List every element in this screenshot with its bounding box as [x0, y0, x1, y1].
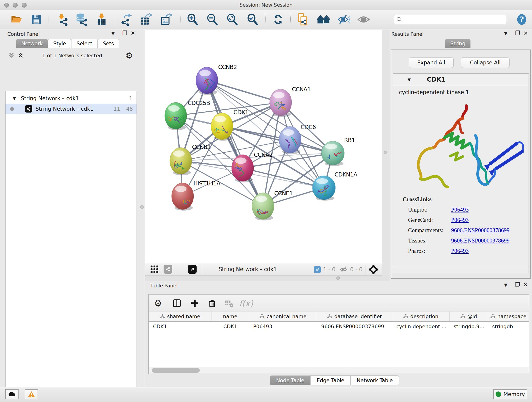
network-view-toolbar: String Network – cdk1 1 - 0 0 - 0 [145, 263, 382, 275]
table-panel-float-icon[interactable]: ❐ [515, 281, 520, 288]
refresh-button[interactable] [271, 12, 285, 27]
collection-expand-icon[interactable]: ▼ [13, 96, 16, 101]
network-row-selected[interactable]: String Network – cdk1 11 48 [6, 104, 137, 114]
control-panel-menu-icon[interactable]: ▼ [111, 31, 115, 36]
tab-node-table[interactable]: Node Table [270, 375, 310, 385]
column-header--id[interactable]: @id [450, 312, 488, 321]
table-cell[interactable]: stringdb:9... [450, 322, 488, 331]
help-button[interactable]: ? [515, 12, 529, 27]
status-bar: Memory [0, 387, 532, 402]
toolbar-separator [265, 12, 266, 27]
detach-view-icon[interactable] [188, 265, 196, 274]
network-options-gear-icon[interactable]: ⚙ [126, 51, 133, 60]
section-collapse-icon[interactable]: ▼ [408, 77, 411, 82]
cloud-status-button[interactable] [5, 389, 19, 399]
column-header-database-identifier[interactable]: database identifier [317, 312, 392, 321]
tab-network-table[interactable]: Network Table [351, 375, 399, 385]
collection-label: String Network – cdk1 [21, 95, 79, 101]
splitter-handle[interactable] [384, 151, 387, 154]
scrollbar-thumb[interactable] [152, 368, 200, 373]
column-header-canonical-name[interactable]: canonical name [249, 312, 317, 321]
export-table-button[interactable] [139, 12, 153, 27]
import-network-file-button[interactable] [55, 12, 69, 27]
table-panel-menu-icon[interactable]: ▼ [504, 282, 507, 287]
hide-selected-button[interactable] [336, 12, 351, 27]
control-panel-float-icon[interactable]: ❐ [122, 30, 127, 36]
table-cell[interactable]: P06493 [249, 322, 317, 331]
table-cell[interactable]: CDK1 [211, 322, 249, 331]
import-table-file-button[interactable] [94, 12, 109, 27]
column-header-description[interactable]: description [392, 312, 450, 321]
results-panel-title: Results Panel [391, 31, 424, 37]
show-all-networks-button[interactable] [317, 12, 331, 27]
show-columns-icon[interactable] [171, 298, 182, 309]
tab-sets[interactable]: Sets [98, 39, 119, 48]
table-settings-gear-icon[interactable]: ⚙ [152, 298, 164, 309]
network-canvas[interactable]: CCNB2CCNA1CDC25BCDK1CDC6RB1CCNB1CCNA2CDK… [145, 30, 382, 263]
node-label-cdkn1a: CDKN1A [335, 171, 357, 178]
tab-string[interactable]: String [445, 39, 471, 48]
network-node-cdc25b[interactable]: CDC25B [165, 100, 210, 130]
grid-view-icon[interactable] [150, 265, 158, 274]
crosslink-value-link[interactable]: P06493 [451, 217, 469, 223]
network-collection-row[interactable]: ▼ String Network – cdk1 1 [6, 93, 137, 104]
crosslink-value-link[interactable]: 9606.ENSP00000378699 [451, 227, 510, 234]
main-toolbar: ? [0, 10, 532, 29]
results-panel-menu-icon[interactable]: ▼ [504, 31, 507, 36]
selected-checkbox-icon[interactable] [314, 266, 321, 273]
tab-network[interactable]: Network [16, 39, 48, 48]
table-cell[interactable]: CDK1 [149, 322, 211, 331]
expand-all-button[interactable]: Expand All [409, 57, 454, 68]
open-session-button[interactable] [9, 12, 23, 27]
network-graph[interactable]: CCNB2CCNA1CDC25BCDK1CDC6RB1CCNB1CCNA2CDK… [145, 30, 382, 263]
table-cell[interactable]: 9606.ENSP00000378699 [317, 322, 392, 331]
export-image-button[interactable] [159, 12, 173, 27]
memory-button[interactable]: Memory [493, 389, 527, 399]
network-node-rb1[interactable]: RB1 [322, 137, 355, 170]
save-session-button[interactable] [29, 12, 44, 27]
collapse-all-button[interactable]: Collapse All [461, 57, 510, 68]
splitter-handle[interactable] [140, 205, 144, 209]
import-network-database-button[interactable] [74, 12, 89, 27]
crosslink-value-link[interactable]: 9606.ENSP00000378699 [451, 237, 510, 244]
search-input[interactable] [402, 17, 507, 22]
tab-edge-table[interactable]: Edge Table [310, 375, 351, 385]
import-database-icon [75, 13, 88, 26]
zoom-fit-button[interactable] [225, 12, 239, 27]
network-node-hist1h1a[interactable]: HIST1H1A [172, 180, 220, 211]
table-horizontal-scrollbar[interactable] [149, 367, 529, 374]
control-panel-close-icon[interactable]: ✕ [131, 30, 135, 36]
clone-network-button[interactable] [296, 12, 310, 27]
network-node-ccna2[interactable]: CCNA2 [232, 152, 273, 182]
show-hidden-button[interactable] [356, 12, 371, 27]
tab-style[interactable]: Style [48, 39, 71, 48]
column-header-namespace[interactable]: namespace [488, 312, 529, 321]
svg-text:?: ? [519, 15, 524, 24]
gene-section-header[interactable]: ▼ CDK1 [393, 74, 529, 86]
zoom-in-button[interactable] [186, 12, 200, 27]
column-header-name[interactable]: name [211, 312, 249, 321]
results-panel-float-icon[interactable]: ❐ [515, 30, 520, 36]
add-column-icon[interactable] [189, 298, 200, 309]
warnings-button[interactable] [25, 389, 38, 399]
table-cell[interactable]: cyclin-dependent ... [392, 322, 450, 331]
results-panel-close-icon[interactable]: ✕ [523, 30, 528, 36]
table-panel-close-icon[interactable]: ✕ [523, 282, 528, 288]
network-node-ccnb2[interactable]: CCNB2 [196, 64, 237, 95]
export-network-button[interactable] [119, 12, 133, 27]
zoom-out-button[interactable] [205, 12, 220, 27]
zoom-selected-button[interactable] [246, 12, 260, 27]
column-header-shared-name[interactable]: shared name [149, 312, 211, 321]
tab-select[interactable]: Select [71, 39, 98, 48]
table-header-row[interactable]: shared namenamecanonical namedatabase id… [149, 312, 529, 322]
birds-eye-view-icon[interactable] [368, 264, 379, 275]
splitter-handle[interactable] [336, 276, 340, 280]
table-row[interactable]: CDK1CDK1P064939606.ENSP00000378699cyclin… [149, 322, 529, 331]
network-node-ccne1[interactable]: CCNE1 [252, 190, 293, 225]
network-share-view-icon[interactable] [164, 265, 172, 274]
table-cell[interactable]: stringdb [488, 322, 529, 331]
crosslink-value-link[interactable]: P06493 [451, 206, 469, 213]
crosslink-value-link[interactable]: P06493 [451, 248, 469, 254]
network-node-cdkn1a[interactable]: CDKN1A [312, 171, 357, 201]
delete-column-icon[interactable] [207, 298, 218, 309]
